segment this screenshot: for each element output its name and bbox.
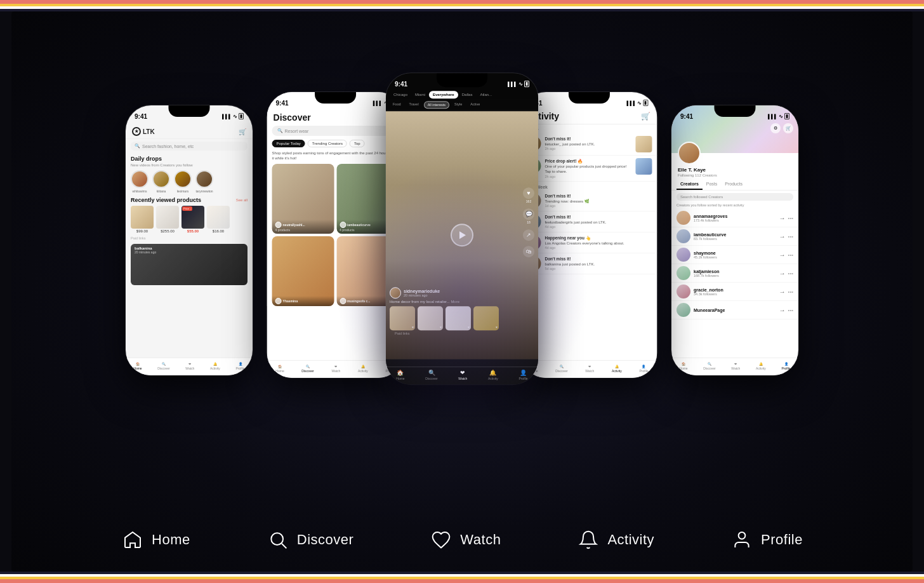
watch-username[interactable]: sidneymarieduke: [404, 289, 440, 293]
loc-everywhere[interactable]: Everywhere: [429, 91, 458, 98]
product-3[interactable]: Price ↓ $55.00: [182, 206, 204, 233]
product-2[interactable]: $255.00: [156, 206, 179, 233]
product-1[interactable]: $99.00: [131, 206, 154, 233]
share-action[interactable]: ↗: [523, 229, 534, 241]
pr-bnav-profile[interactable]: 👤 Profile: [781, 362, 790, 370]
follow-icon-5[interactable]: →: [779, 288, 786, 295]
more-icon-4[interactable]: •••: [788, 271, 793, 276]
play-button[interactable]: [451, 224, 473, 246]
act-bnav-watch[interactable]: ❤ Watch: [585, 365, 594, 373]
act-bnav-activity[interactable]: 🔔 Activity: [612, 365, 622, 373]
tab-products[interactable]: Products: [721, 179, 746, 190]
see-all-link[interactable]: See all: [236, 198, 248, 202]
w-bnav-activity[interactable]: 🔔 Activity: [488, 370, 498, 380]
int-food[interactable]: Food: [390, 101, 404, 109]
creator-item-5[interactable]: gracie_norton 34.3k followers → •••: [671, 283, 798, 301]
bnav-discover[interactable]: 🔍 Discover: [157, 362, 169, 370]
more-icon-5[interactable]: •••: [788, 289, 793, 295]
discover-filter-tabs: Popular Today Trending Creators Top: [267, 138, 404, 149]
more-icon-6[interactable]: •••: [788, 307, 793, 313]
creator-item-2[interactable]: iambeauticurve 83.7k followers → •••: [671, 227, 798, 246]
activity-item-1[interactable]: Don't miss it! tietucker_ just posted on…: [520, 133, 657, 156]
d-bnav-activity-icon: 🔔: [361, 365, 365, 368]
nav-activity-label: Activity: [607, 532, 654, 548]
pr-bnav-activity[interactable]: 🔔 Activity: [756, 362, 766, 370]
pr-bnav-watch[interactable]: ❤ Watch: [731, 362, 740, 370]
more-icon-2[interactable]: •••: [788, 234, 793, 239]
activity-item-4[interactable]: Don't miss it! feelustbadergirls just po…: [520, 211, 657, 232]
d-bnav-watch[interactable]: ❤ Watch: [331, 365, 340, 373]
creator-3[interactable]: leximars: [174, 170, 192, 193]
follow-icon-3[interactable]: →: [779, 251, 786, 258]
activity-item-6[interactable]: Don't miss it! balkanina just posted on …: [520, 253, 657, 274]
more-icon-3[interactable]: •••: [788, 252, 793, 258]
creator-item-4[interactable]: katjamieson 168.7k followers → •••: [671, 264, 798, 283]
act-bnav-profile[interactable]: 👤 Profile: [639, 365, 648, 373]
follow-icon-1[interactable]: →: [779, 214, 786, 222]
activity-item-3[interactable]: Don't miss it! Trending now: dresses 🌿 1…: [520, 191, 657, 211]
w-bnav-watch[interactable]: ❤ Watch: [458, 370, 467, 380]
int-style[interactable]: Style: [451, 101, 465, 109]
creator-item-3[interactable]: shaymone 45.2k followers → •••: [671, 246, 798, 264]
d-bnav-home[interactable]: 🏠 Home: [275, 365, 284, 373]
more-icon-1[interactable]: •••: [788, 215, 793, 221]
d-bnav-activity[interactable]: 🔔 Activity: [358, 365, 368, 373]
creator-item-6[interactable]: MuneearaPage → •••: [671, 301, 798, 319]
cart-icon[interactable]: 🛒: [783, 123, 793, 133]
loc-dallas[interactable]: Dallas: [458, 91, 477, 98]
pr-bnav-home[interactable]: 🏠 Home: [679, 362, 687, 370]
activity-item-5[interactable]: Happening near you 👆 Los Angolas Creator…: [520, 232, 657, 253]
creator-2[interactable]: kiitana: [152, 170, 170, 193]
follow-icon-4[interactable]: →: [779, 269, 786, 277]
discover-card-1[interactable]: neutrallyashl... 4 products: [272, 164, 334, 234]
creator-4[interactable]: tarynnewton: [195, 170, 213, 193]
creator-1[interactable]: whitswims: [131, 170, 148, 193]
tab-top[interactable]: Top: [350, 140, 365, 147]
like-action[interactable]: ♥ 162: [523, 187, 534, 203]
discover-card-3[interactable]: Yhasmina: [272, 236, 334, 306]
discover-search-bar[interactable]: 🔍 Resort wear: [272, 126, 399, 136]
home-search[interactable]: 🔍 Search fashion, home, etc: [131, 142, 248, 151]
home-nav-icon: [121, 528, 144, 551]
pr-bnav-discover[interactable]: 🔍 Discover: [703, 362, 715, 370]
watch-thumb-1[interactable]: ♥: [390, 306, 415, 330]
act-text-5: Happening near you 👆 Los Angolas Creator…: [544, 235, 652, 250]
discover-bottom-nav: 🏠 Home 🔍 Discover ❤ Watch 🔔 Activity 👤: [267, 360, 404, 378]
int-active[interactable]: Active: [467, 101, 483, 109]
follow-icon-2[interactable]: →: [779, 232, 786, 240]
more-link[interactable]: More: [451, 300, 459, 304]
comment-action[interactable]: 💬 18: [523, 208, 534, 224]
loc-miami[interactable]: Miami: [411, 91, 429, 98]
watch-thumb-2[interactable]: ♥: [418, 306, 443, 330]
bnav-home[interactable]: 🏠 Home: [133, 362, 142, 370]
tab-posts[interactable]: Posts: [703, 179, 722, 190]
discover-time: 9:41: [276, 100, 289, 107]
video-thumbnail[interactable]: balkanina 20 minutes ago: [131, 244, 248, 285]
w-bnav-home[interactable]: 🏠 Home: [396, 370, 404, 380]
loc-chicago[interactable]: Chicago: [390, 91, 411, 98]
creator-item-1[interactable]: annamaegroves 173.4k followers → •••: [671, 209, 798, 227]
activity-cart-icon[interactable]: 🛒: [641, 112, 650, 121]
act-bnav-discover[interactable]: 🔍 Discover: [555, 365, 567, 373]
watch-thumb-4[interactable]: ♥: [473, 306, 499, 330]
gear-icon[interactable]: ⚙: [770, 123, 781, 133]
w-bnav-profile[interactable]: 👤 Profile: [518, 370, 527, 380]
loc-atlanta[interactable]: Atlan...: [476, 91, 496, 98]
tab-popular-today[interactable]: Popular Today: [272, 140, 305, 147]
d-bnav-discover[interactable]: 🔍 Discover: [301, 365, 314, 373]
bnav-watch[interactable]: ❤ Watch: [185, 362, 194, 370]
int-travel[interactable]: Travel: [406, 101, 422, 109]
bag-action[interactable]: 🛍: [523, 246, 534, 257]
follow-icon-6[interactable]: →: [779, 306, 786, 314]
tab-creators[interactable]: Creators: [676, 179, 703, 190]
product-4[interactable]: $16.00: [207, 206, 230, 233]
activity-item-2[interactable]: Price drop alert! 🔥 One of your popular …: [520, 156, 657, 182]
w-bnav-discover[interactable]: 🔍 Discover: [425, 370, 437, 380]
tab-trending-creators[interactable]: Trending Creators: [308, 140, 347, 147]
bnav-activity[interactable]: 🔔 Activity: [210, 362, 220, 370]
product-3-price: $55.00: [187, 229, 199, 233]
bnav-profile[interactable]: 👤 Profile: [235, 362, 244, 370]
int-all[interactable]: All interests: [424, 101, 449, 109]
watch-thumb-3[interactable]: ♥: [446, 306, 471, 330]
creator-search[interactable]: Search followed Creators: [676, 193, 793, 201]
